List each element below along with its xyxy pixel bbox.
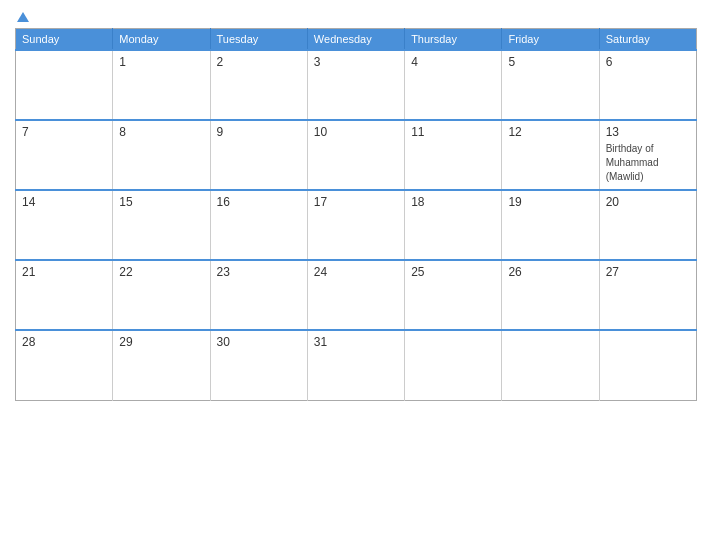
calendar-day-cell: 6: [599, 50, 696, 120]
day-number: 27: [606, 265, 690, 279]
calendar-day-cell: 17: [307, 190, 404, 260]
calendar-day-cell: 25: [405, 260, 502, 330]
day-of-week-header: Sunday: [16, 29, 113, 51]
calendar-week-row: 78910111213Birthday of Muhammad (Mawlid): [16, 120, 697, 190]
calendar-day-cell: 27: [599, 260, 696, 330]
day-number: 6: [606, 55, 690, 69]
day-of-week-header: Saturday: [599, 29, 696, 51]
day-number: 26: [508, 265, 592, 279]
calendar-day-cell: 10: [307, 120, 404, 190]
day-number: 13: [606, 125, 690, 139]
calendar-day-cell: 1: [113, 50, 210, 120]
day-number: 9: [217, 125, 301, 139]
calendar-day-cell: 26: [502, 260, 599, 330]
day-number: 11: [411, 125, 495, 139]
calendar-day-cell: 20: [599, 190, 696, 260]
calendar-day-cell: 18: [405, 190, 502, 260]
day-number: 17: [314, 195, 398, 209]
calendar-day-cell: 8: [113, 120, 210, 190]
day-of-week-header: Monday: [113, 29, 210, 51]
day-number: 19: [508, 195, 592, 209]
calendar-week-row: 14151617181920: [16, 190, 697, 260]
calendar-day-cell: [16, 50, 113, 120]
day-number: 18: [411, 195, 495, 209]
day-number: 4: [411, 55, 495, 69]
calendar-day-cell: 12: [502, 120, 599, 190]
calendar-day-cell: 7: [16, 120, 113, 190]
logo: [15, 10, 29, 22]
day-number: 22: [119, 265, 203, 279]
day-of-week-header: Thursday: [405, 29, 502, 51]
calendar-day-cell: [599, 330, 696, 400]
day-number: 5: [508, 55, 592, 69]
day-number: 20: [606, 195, 690, 209]
calendar-day-cell: 14: [16, 190, 113, 260]
calendar-day-cell: 19: [502, 190, 599, 260]
day-number: 16: [217, 195, 301, 209]
day-number: 15: [119, 195, 203, 209]
calendar-day-cell: 3: [307, 50, 404, 120]
calendar-week-row: 123456: [16, 50, 697, 120]
calendar-header: [15, 10, 697, 22]
calendar-week-row: 28293031: [16, 330, 697, 400]
day-number: 12: [508, 125, 592, 139]
calendar-day-cell: 21: [16, 260, 113, 330]
calendar-day-cell: 11: [405, 120, 502, 190]
calendar-day-cell: 9: [210, 120, 307, 190]
day-number: 28: [22, 335, 106, 349]
day-number: 31: [314, 335, 398, 349]
day-number: 1: [119, 55, 203, 69]
day-number: 8: [119, 125, 203, 139]
calendar-day-cell: [405, 330, 502, 400]
day-number: 3: [314, 55, 398, 69]
day-number: 25: [411, 265, 495, 279]
day-number: 29: [119, 335, 203, 349]
day-of-week-header: Friday: [502, 29, 599, 51]
calendar-day-cell: 29: [113, 330, 210, 400]
calendar-day-cell: 30: [210, 330, 307, 400]
calendar-day-cell: 2: [210, 50, 307, 120]
calendar-day-cell: 22: [113, 260, 210, 330]
event-label: Birthday of Muhammad (Mawlid): [606, 143, 659, 182]
calendar-day-cell: 23: [210, 260, 307, 330]
calendar-week-row: 21222324252627: [16, 260, 697, 330]
calendar-day-cell: 5: [502, 50, 599, 120]
calendar-day-cell: 13Birthday of Muhammad (Mawlid): [599, 120, 696, 190]
calendar-day-cell: 15: [113, 190, 210, 260]
calendar-day-cell: 31: [307, 330, 404, 400]
calendar-day-cell: 16: [210, 190, 307, 260]
calendar-day-cell: [502, 330, 599, 400]
calendar-table: SundayMondayTuesdayWednesdayThursdayFrid…: [15, 28, 697, 401]
day-number: 10: [314, 125, 398, 139]
day-number: 21: [22, 265, 106, 279]
calendar-day-cell: 24: [307, 260, 404, 330]
logo-triangle-icon: [17, 12, 29, 22]
day-number: 23: [217, 265, 301, 279]
calendar-day-cell: 28: [16, 330, 113, 400]
day-number: 30: [217, 335, 301, 349]
calendar-header-row: SundayMondayTuesdayWednesdayThursdayFrid…: [16, 29, 697, 51]
day-number: 2: [217, 55, 301, 69]
day-of-week-header: Wednesday: [307, 29, 404, 51]
day-number: 7: [22, 125, 106, 139]
day-number: 14: [22, 195, 106, 209]
day-of-week-header: Tuesday: [210, 29, 307, 51]
calendar-day-cell: 4: [405, 50, 502, 120]
day-number: 24: [314, 265, 398, 279]
